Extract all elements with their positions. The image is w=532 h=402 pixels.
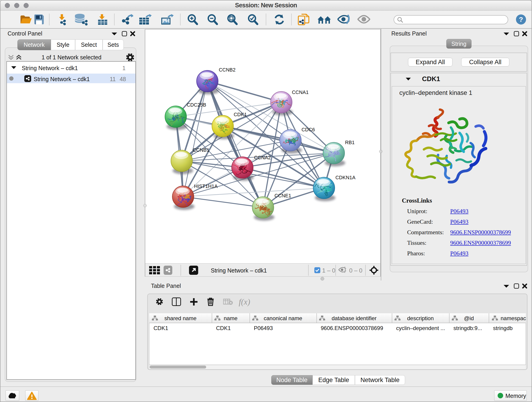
svg-text:CDKN1A: CDKN1A (336, 175, 355, 180)
svg-text:CCNB1: CCNB1 (193, 147, 209, 153)
svg-text:CCNB2: CCNB2 (219, 67, 235, 73)
svg-text:CCNA2: CCNA2 (254, 155, 271, 160)
svg-text:CCNA1: CCNA1 (292, 89, 309, 95)
svg-text:CDC25B: CDC25B (187, 102, 206, 108)
svg-text:CDK1: CDK1 (234, 112, 247, 117)
svg-text:RB1: RB1 (345, 140, 355, 145)
svg-text:CDC6: CDC6 (302, 127, 315, 133)
svg-text:CCNE1: CCNE1 (274, 193, 291, 198)
svg-text:HIST1H1A: HIST1H1A (194, 184, 218, 189)
